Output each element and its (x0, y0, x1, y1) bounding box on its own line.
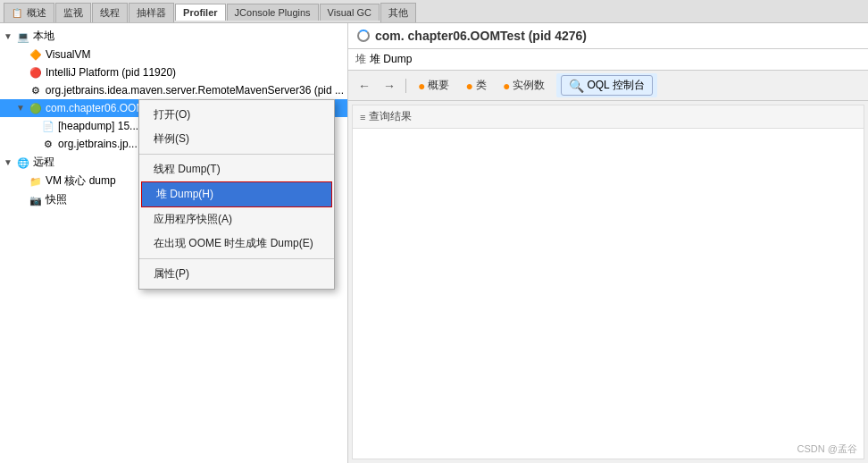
tab-sampler[interactable]: 抽样器 (129, 3, 174, 22)
local-label: 本地 (33, 29, 54, 44)
heap-subtabs-bar: ← → ● 概要 ● 类 ● 实例数 🔍 OQL 控制台 (348, 71, 868, 101)
arrow-intellij (16, 67, 27, 78)
results-label: 查询结果 (369, 109, 412, 124)
vm-core-icon: 📁 (29, 174, 43, 189)
chapter06-icon: 🟢 (29, 101, 43, 115)
remote-label: 远程 (33, 155, 54, 170)
heapdump1-label: [heapdump] 15... (58, 120, 138, 132)
left-panel: ▼ 💻 本地 🔶 VisualVM 🔴 IntelliJ Platform (p… (0, 23, 348, 463)
subtab-instances[interactable]: ● 实例数 (498, 76, 549, 95)
ctx-oome-dump[interactable]: 在出现 OOME 时生成堆 Dump(E) (139, 232, 334, 256)
nav-back-button[interactable]: ← (355, 79, 373, 93)
vm-core-label: VM 核心 dump (46, 173, 116, 189)
snapshots-label: 快照 (46, 192, 67, 207)
subtab-classes-label: 类 (476, 78, 487, 93)
visualvm-icon: 🔶 (29, 47, 43, 62)
ctx-app-snapshot[interactable]: 应用程序快照(A) (139, 207, 334, 232)
maven-icon: ⚙ (29, 83, 43, 97)
sidebar-item-maven[interactable]: ⚙ org.jetbrains.idea.maven.server.Remote… (0, 81, 347, 99)
arrow-jetbrains-jp (29, 139, 39, 149)
ctx-sep-1 (139, 154, 334, 155)
results-header: ≡ 查询结果 (353, 105, 864, 129)
overview-icon: 📋 (12, 8, 22, 18)
subtabs-separator (405, 79, 406, 93)
expand-arrow-local: ▼ (4, 31, 14, 42)
remote-icon: 🌐 (16, 156, 30, 170)
watermark: CSDN @孟谷 (797, 442, 857, 456)
oql-dot-icon: 🔍 (569, 80, 584, 92)
tab-monitor[interactable]: 监视 (55, 3, 91, 22)
heap-dump-text: 堆 Dump (370, 52, 412, 67)
jetbrains-jp-label: org.jetbrains.jp... (58, 138, 138, 150)
heap-dump-toolbar: 堆 堆 Dump (348, 49, 868, 71)
subtab-instances-label: 实例数 (513, 78, 545, 93)
snapshots-icon: 📷 (29, 193, 43, 207)
tab-threads[interactable]: 线程 (92, 3, 128, 22)
process-title-bar: com. chapter06.OOMTest (pid 4276) (348, 23, 868, 49)
visualvm-label: VisualVM (46, 48, 90, 61)
intellij-label: IntelliJ Platform (pid 11920) (46, 66, 176, 79)
main-layout: ▼ 💻 本地 🔶 VisualVM 🔴 IntelliJ Platform (p… (0, 23, 868, 463)
instances-dot-icon: ● (503, 80, 510, 92)
right-panel: com. chapter06.OOMTest (pid 4276) 堆 堆 Du… (348, 23, 868, 463)
loading-spinner (357, 29, 370, 42)
arrow-vm-core (16, 176, 27, 187)
results-icon: ≡ (360, 112, 365, 122)
ctx-sample[interactable]: 样例(S) (139, 127, 334, 151)
sidebar-item-visualvm[interactable]: 🔶 VisualVM (0, 46, 347, 63)
intellij-icon: 🔴 (29, 65, 43, 80)
arrow-heapdump1 (29, 121, 39, 131)
subtab-summary-label: 概要 (428, 78, 449, 93)
sidebar-item-local[interactable]: ▼ 💻 本地 (0, 27, 347, 46)
heap-dump-label: 堆 (355, 52, 366, 67)
subtab-oql[interactable]: 🔍 OQL 控制台 (556, 73, 656, 97)
oql-button[interactable]: 🔍 OQL 控制台 (561, 75, 652, 96)
results-area: ≡ 查询结果 (352, 105, 864, 459)
summary-dot-icon: ● (418, 80, 425, 92)
ctx-thread-dump[interactable]: 线程 Dump(T) (139, 157, 334, 181)
tab-profiler[interactable]: Profiler (175, 4, 226, 21)
nav-forward-button[interactable]: → (380, 79, 398, 93)
tab-other[interactable]: 其他 (380, 3, 416, 22)
computer-icon: 💻 (16, 29, 30, 44)
tab-overview[interactable]: 📋 概述 (4, 3, 54, 22)
arrow-snapshots (16, 195, 27, 206)
main-tab-bar: 📋 概述 监视 线程 抽样器 Profiler JConsole Plugins… (0, 0, 868, 23)
arrow-maven (16, 85, 27, 96)
oql-label: OQL 控制台 (587, 78, 644, 93)
subtab-summary[interactable]: ● 概要 (413, 76, 454, 95)
arrow-chapter06: ▼ (16, 103, 27, 114)
arrow-visualvm (16, 49, 27, 60)
classes-dot-icon: ● (465, 80, 472, 92)
jetbrains-jp-icon: ⚙ (41, 137, 55, 151)
ctx-properties[interactable]: 属性(P) (139, 262, 334, 286)
expand-arrow-remote: ▼ (4, 157, 14, 168)
ctx-heap-dump[interactable]: 堆 Dump(H) (141, 181, 332, 207)
process-name: com. chapter06.OOMTest (pid 4276) (375, 29, 587, 43)
sidebar-item-intellij[interactable]: 🔴 IntelliJ Platform (pid 11920) (0, 63, 347, 81)
tab-visualgc[interactable]: Visual GC (320, 4, 380, 21)
heapdump1-icon: 📄 (41, 119, 55, 133)
context-menu: 打开(O) 样例(S) 线程 Dump(T) 堆 Dump(H) 应用程序快照(… (138, 99, 335, 290)
ctx-open[interactable]: 打开(O) (139, 103, 334, 127)
subtab-classes[interactable]: ● 类 (461, 76, 490, 95)
tab-jconsole[interactable]: JConsole Plugins (227, 4, 319, 21)
ctx-sep-2 (139, 258, 334, 259)
maven-label: org.jetbrains.idea.maven.server.RemoteMa… (46, 84, 344, 97)
